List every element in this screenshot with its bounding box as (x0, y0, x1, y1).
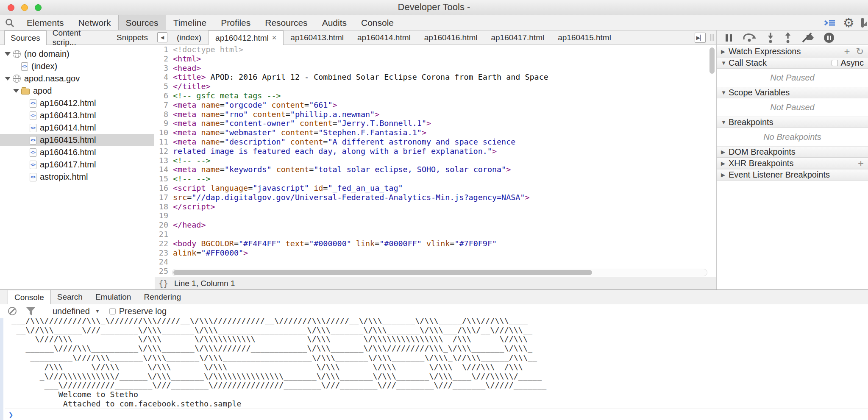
tree-item-ap160412html[interactable]: <>ap160412.html (0, 97, 154, 109)
sidebar-tab-snippets[interactable]: Snippets (111, 31, 154, 45)
code-editor[interactable]: 1<!doctype html>2<html>3<head>4<title> A… (155, 45, 716, 277)
tree-item-ap160413html[interactable]: <>ap160413.html (0, 109, 154, 122)
zoom-window-button[interactable] (35, 4, 42, 11)
editor-tab-ap160417html[interactable]: ap160417.html (484, 31, 551, 45)
search-icon[interactable] (0, 15, 19, 30)
code-text: <script language="javascript" id="_fed_a… (171, 184, 403, 193)
editor-tab-ap160414html[interactable]: ap160414.html (351, 31, 417, 45)
chevron-down-icon[interactable]: ▼ (95, 308, 100, 314)
tab-sources[interactable]: Sources (118, 15, 166, 30)
code-text: </title> (171, 82, 211, 91)
sidebar-tab-contentscrip[interactable]: Content scrip... (47, 31, 111, 45)
tree-item-label: apod.nasa.gov (24, 74, 80, 83)
code-line: 13<!-- --> (155, 156, 716, 165)
checkbox[interactable] (109, 308, 116, 314)
preserve-log-checkbox[interactable]: Preserve log (109, 306, 167, 316)
section-header-event-listener-breakpoints[interactable]: ▶Event Listener Breakpoints (717, 169, 868, 181)
tab-profiles[interactable]: Profiles (214, 15, 258, 30)
tree-expand-arrow-icon[interactable] (13, 89, 19, 93)
tree-item-astropixhtml[interactable]: <>astropix.html (0, 171, 154, 183)
settings-gear-icon[interactable]: ⚙ (843, 17, 854, 29)
line-number: 18 (155, 202, 171, 211)
code-text: <!doctype html> (171, 45, 243, 54)
deactivate-breakpoints-button[interactable] (801, 33, 814, 43)
refresh-icon[interactable]: ↻ (856, 46, 864, 57)
console-drawer: ConsoleSearchEmulationRendering undefine… (0, 289, 868, 420)
section-header-watch-expressions[interactable]: ▶Watch Expressions+↻ (717, 46, 868, 57)
hide-navigator-icon[interactable]: ◀ (157, 32, 167, 42)
drawer-tab-console[interactable]: Console (8, 290, 51, 304)
step-out-button[interactable] (784, 32, 792, 43)
tab-elements[interactable]: Elements (19, 15, 71, 30)
editor-tab-ap160415html[interactable]: ap160415.html (551, 31, 618, 45)
editor-tab-index[interactable]: (index) (170, 31, 208, 45)
drawer-tab-emulation[interactable]: Emulation (89, 290, 138, 304)
tree-item-ap160417html[interactable]: <>ap160417.html (0, 159, 154, 171)
tree-item-nodomain[interactable]: (no domain) (0, 48, 154, 60)
sidebar-tab-sources[interactable]: Sources (4, 31, 47, 45)
console-drawer-toggle-icon[interactable] (823, 18, 836, 28)
clear-console-icon[interactable] (8, 307, 17, 315)
code-line: 4<title> APOD: 2016 April 12 - Combined … (155, 72, 716, 82)
tab-timeline[interactable]: Timeline (166, 15, 214, 30)
editor-horizontal-scrollbar[interactable] (172, 269, 707, 276)
line-number: 17 (155, 193, 171, 202)
drawer-tab-search[interactable]: Search (51, 290, 89, 304)
scrollbar-thumb[interactable] (173, 270, 592, 275)
editor-tab-ap160413html[interactable]: ap160413.html (284, 31, 351, 45)
step-into-button[interactable] (767, 32, 774, 43)
tree-item-ap160416html[interactable]: <>ap160416.html (0, 146, 154, 159)
minimize-window-button[interactable] (21, 4, 28, 11)
dock-side-icon[interactable] (861, 19, 864, 27)
tree-expand-arrow-icon[interactable] (4, 52, 11, 56)
tab-audits[interactable]: Audits (315, 15, 354, 30)
async-checkbox[interactable]: Async (832, 58, 864, 68)
drawer-tab-strip: ConsoleSearchEmulationRendering (0, 290, 868, 304)
code-line: 2<html> (155, 54, 716, 64)
code-text: <meta name="description" content="A diff… (171, 137, 515, 147)
pause-on-exceptions-button[interactable] (824, 33, 834, 43)
tree-item-ap160414html[interactable]: <>ap160414.html (0, 122, 154, 134)
tab-resources[interactable]: Resources (258, 15, 314, 30)
drawer-tab-rendering[interactable]: Rendering (137, 290, 187, 304)
tree-item-index[interactable]: <>(index) (0, 60, 154, 72)
editor-tab-ap160412html[interactable]: ap160412.html× (208, 31, 284, 45)
editor-vertical-scrollbar[interactable] (709, 47, 715, 74)
tab-network[interactable]: Network (71, 15, 118, 30)
domain-icon (13, 50, 21, 58)
execution-context-selector[interactable]: undefined (53, 306, 90, 316)
line-number: 10 (155, 128, 171, 137)
tab-strip-grip-icon (710, 34, 714, 41)
console-output[interactable]: _____/\\\\\\\\\\\____/\\\\\\\\\\\\\\\__/… (0, 318, 868, 420)
section-header-breakpoints[interactable]: ▼Breakpoints (717, 117, 868, 128)
pretty-print-icon[interactable]: {} (155, 279, 174, 288)
line-number: 25 (155, 267, 171, 276)
section-header-scope-variables[interactable]: ▼Scope Variables (717, 87, 868, 98)
code-text: <meta name="orgcode" content="661"> (171, 100, 337, 110)
section-header-call-stack[interactable]: ▼Call StackAsync (717, 57, 868, 69)
section-header-dom-breakpoints[interactable]: ▶DOM Breakpoints (717, 146, 868, 158)
line-number: 6 (155, 91, 171, 100)
tree-item-apodnasagov[interactable]: apod.nasa.gov (0, 72, 154, 85)
tab-console[interactable]: Console (354, 15, 401, 30)
close-window-button[interactable] (8, 4, 14, 11)
code-line: 9<meta name="content-owner" content="Jer… (155, 119, 716, 128)
step-over-button[interactable] (743, 33, 757, 42)
add-icon[interactable]: + (858, 158, 864, 170)
add-icon[interactable]: + (844, 46, 850, 58)
editor-tab-ap160416html[interactable]: ap160416.html (417, 31, 484, 45)
section-header-xhr-breakpoints[interactable]: ▶XHR Breakpoints+ (717, 158, 868, 169)
filter-icon[interactable] (26, 307, 36, 316)
close-tab-icon[interactable]: × (272, 33, 277, 42)
pause-script-button[interactable] (724, 34, 733, 42)
console-prompt-row[interactable]: ❯ (5, 409, 868, 420)
code-line: 1<!doctype html> (155, 45, 716, 54)
tree-item-ap160415html[interactable]: <>ap160415.html (0, 134, 154, 146)
tab-overflow-icon[interactable]: ▶▏ (695, 33, 706, 43)
checkbox[interactable] (832, 60, 838, 66)
console-left-rail (0, 318, 3, 420)
tree-item-apod[interactable]: apod (0, 85, 154, 97)
code-line: 12related image is featured each day, al… (155, 147, 716, 156)
tree-expand-arrow-icon[interactable] (4, 77, 11, 81)
section-title: Event Listener Breakpoints (729, 170, 830, 180)
